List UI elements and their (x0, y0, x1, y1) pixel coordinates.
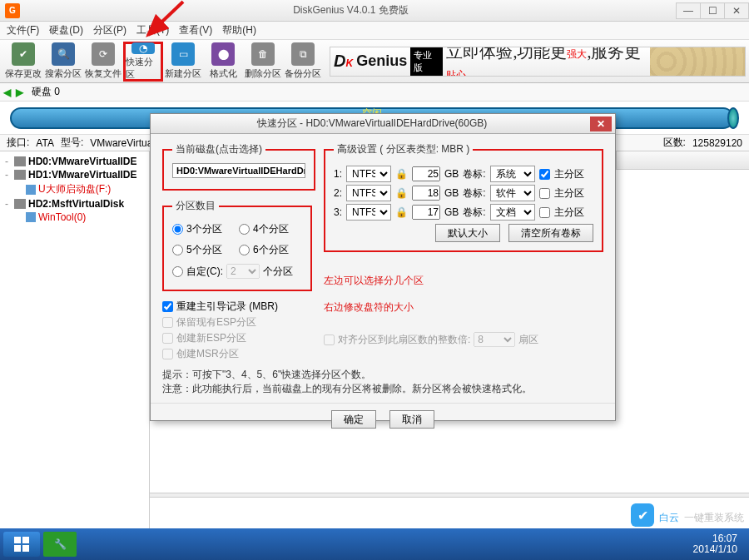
radio-5[interactable]: 5个分区 (172, 243, 236, 257)
toolbar-格式化[interactable]: ⬤格式化 (203, 42, 243, 82)
row-num: 1: (334, 168, 342, 180)
arrow-annotation (125, 0, 191, 42)
tree-label: HD2:MsftVirtualDisk (28, 198, 124, 210)
toolbar-快速分区[interactable]: ◔快速分区 (123, 42, 163, 82)
row-num: 2: (334, 187, 342, 199)
tree-item[interactable]: -HD0:VMwareVirtualIDE (2, 155, 147, 168)
lock-icon[interactable]: 🔒 (395, 206, 408, 218)
size-input[interactable] (412, 205, 440, 220)
toolbar-新建分区[interactable]: ▭新建分区 (163, 42, 203, 82)
toolbar-label: 删除分区 (245, 67, 281, 80)
vol-select[interactable]: 文档 (490, 204, 535, 221)
primary-label: 主分区 (554, 167, 584, 181)
fs-select[interactable]: NTFS (346, 185, 391, 201)
disk-icon (14, 199, 26, 209)
radio-custom[interactable]: 自定(C): 2 个分区 (172, 264, 302, 279)
tree-item[interactable]: -HD2:MsftVirtualDisk (2, 197, 147, 211)
gb-label: GB (444, 168, 459, 180)
nav-prev-icon[interactable]: ◀ (3, 87, 11, 98)
row-num: 3: (334, 206, 342, 218)
primary-checkbox[interactable] (539, 207, 550, 218)
primary-checkbox[interactable] (539, 188, 550, 199)
partition-row: 1: NTFS 🔒 GB 卷标: 系统 主分区 (334, 166, 593, 182)
radio-3[interactable]: 3个分区 (172, 222, 236, 236)
dialog-notes: 提示：可按下"3、4、5、6"快速选择分区个数。 注意：此功能执行后，当前磁盘上… (151, 368, 615, 403)
start-button[interactable] (3, 532, 40, 557)
disk-icon (14, 170, 26, 180)
radio-4[interactable]: 4个分区 (239, 222, 302, 236)
taskbar: 🔧 16:072014/1/10 (0, 528, 749, 560)
maximize-button[interactable]: ☐ (700, 2, 725, 19)
current-disk-legend: 当前磁盘(点击选择) (172, 142, 265, 156)
vol-label: 卷标: (463, 206, 485, 220)
taskbar-app[interactable]: 🔧 (43, 532, 77, 557)
app-icon: G (5, 3, 20, 18)
tray-clock[interactable]: 16:072014/1/10 (693, 533, 737, 555)
tree-twisty-icon[interactable]: - (2, 156, 12, 167)
vol-label: 卷标: (463, 186, 485, 201)
current-disk-selector[interactable]: HD0:VMwareVirtualIDEHardDri (172, 163, 305, 178)
vol-select[interactable]: 系统 (490, 166, 535, 182)
toolbar-备份分区[interactable]: ⧉备份分区 (283, 42, 323, 82)
clear-labels-button[interactable]: 清空所有卷标 (508, 224, 593, 242)
menubar: 文件(F) 硬盘(D) 分区(P) 工具(T) 查看(V) 帮助(H) (0, 22, 749, 40)
menu-partition[interactable]: 分区(P) (90, 22, 130, 39)
toolbar-label: 搜索分区 (45, 67, 82, 80)
chk-msr: 创建MSR分区 (162, 347, 312, 361)
window-title: DiskGenius V4.0.1 免费版 (25, 3, 677, 17)
lock-icon[interactable]: 🔒 (395, 168, 408, 180)
primary-checkbox[interactable] (539, 169, 550, 180)
close-button[interactable]: ✕ (724, 2, 749, 19)
chk-rebuild-mbr[interactable]: 重建主引导记录 (MBR) (162, 300, 312, 314)
menu-help[interactable]: 帮助(H) (219, 22, 260, 39)
primary-label: 主分区 (554, 186, 584, 201)
gb-label: GB (444, 206, 459, 218)
dialog-close-button[interactable]: ✕ (590, 116, 612, 131)
nav-next-icon[interactable]: ▶ (16, 87, 23, 98)
tree-label: WinTool(0) (38, 211, 86, 223)
partition-row: 3: NTFS 🔒 GB 卷标: 文档 主分区 (334, 204, 593, 221)
default-size-button[interactable]: 默认大小 (435, 224, 500, 242)
annotation-text: 左边可以选择分几个区 右边修改盘符的大小 (324, 267, 603, 320)
toolbar-label: 快速分区 (126, 56, 161, 81)
windows-icon (13, 536, 30, 553)
part-icon (26, 212, 36, 222)
model-label: 型号: (61, 136, 83, 150)
svg-rect-1 (14, 537, 21, 543)
fs-select[interactable]: NTFS (346, 204, 391, 221)
menu-disk[interactable]: 硬盘(D) (46, 22, 87, 39)
vol-select[interactable]: 软件 (490, 185, 535, 201)
radio-6[interactable]: 6个分区 (239, 243, 302, 257)
part-icon (26, 185, 36, 195)
toolbar-icon: ◔ (131, 42, 155, 54)
lock-icon[interactable]: 🔒 (395, 187, 408, 199)
fs-select[interactable]: NTFS (346, 166, 391, 182)
menu-file[interactable]: 文件(F) (3, 22, 42, 39)
tree-label: HD1:VMwareVirtualIDE (28, 169, 136, 181)
tree-twisty-icon[interactable]: - (2, 169, 12, 181)
toolbar-恢复文件[interactable]: ⟳恢复文件 (83, 42, 123, 82)
toolbar-搜索分区[interactable]: 🔍搜索分区 (43, 42, 83, 82)
align-row: 对齐分区到此扇区数的整数倍: 8 扇区 (324, 332, 603, 347)
tree-label: U大师启动盘(F:) (38, 182, 111, 196)
cancel-button[interactable]: 取消 (389, 410, 434, 429)
toolbar-删除分区[interactable]: 🗑删除分区 (243, 42, 283, 82)
minimize-button[interactable]: — (676, 2, 701, 19)
tree-item[interactable]: WinTool(0) (2, 211, 147, 224)
dialog-titlebar[interactable]: 快速分区 - HD0:VMwareVirtualIDEHardDrive(60G… (151, 114, 615, 134)
tree-item[interactable]: U大师启动盘(F:) (2, 181, 147, 197)
ok-button[interactable]: 确定 (331, 410, 376, 429)
tree-item[interactable]: -HD1:VMwareVirtualIDE (2, 168, 147, 181)
gb-label: GB (444, 187, 459, 199)
size-input[interactable] (412, 186, 440, 201)
tree-twisty-icon[interactable]: - (2, 198, 12, 210)
size-input[interactable] (412, 166, 440, 181)
disk-nav: ◀ ▶ 硬盘 0 (0, 83, 749, 102)
align-select: 8 (474, 332, 515, 347)
sectors-value: 125829120 (692, 137, 742, 149)
toolbar-icon: ⧉ (291, 42, 315, 66)
sectors-label: 区数: (663, 136, 686, 150)
device-tree[interactable]: -HD0:VMwareVirtualIDE-HD1:VMwareVirtualI… (0, 151, 150, 544)
toolbar-保存更改[interactable]: ✔保存更改 (3, 42, 43, 82)
advanced-legend: 高级设置 ( 分区表类型: MBR ) (334, 142, 473, 156)
